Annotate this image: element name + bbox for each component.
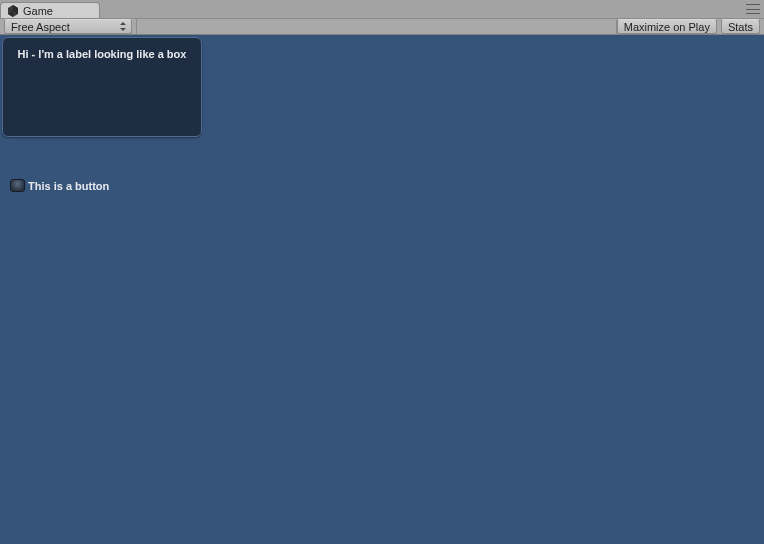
stats-label: Stats	[728, 21, 753, 33]
game-window: Game Free Aspect Maximize on Play Stats …	[0, 0, 764, 544]
toggle-label: This is a button	[28, 180, 109, 192]
unity-icon	[7, 5, 19, 17]
maximize-on-play-label: Maximize on Play	[624, 21, 710, 33]
tab-label: Game	[23, 5, 53, 17]
tab-bar: Game	[0, 0, 764, 18]
tab-options-icon[interactable]	[746, 4, 760, 14]
game-viewport: Hi - I'm a label looking like a box This…	[0, 35, 764, 544]
toolbar-spacer	[136, 19, 617, 34]
toggle-checkbox-icon	[10, 179, 25, 192]
maximize-on-play-button[interactable]: Maximize on Play	[617, 19, 717, 34]
updown-arrows-icon	[120, 22, 127, 31]
aspect-dropdown-label: Free Aspect	[11, 21, 70, 33]
game-toolbar: Free Aspect Maximize on Play Stats	[0, 18, 764, 35]
stats-button[interactable]: Stats	[721, 19, 760, 34]
gui-toggle[interactable]: This is a button	[10, 179, 109, 192]
gui-box-label: Hi - I'm a label looking like a box	[2, 37, 202, 137]
aspect-dropdown[interactable]: Free Aspect	[4, 19, 132, 34]
tab-game[interactable]: Game	[0, 2, 100, 18]
